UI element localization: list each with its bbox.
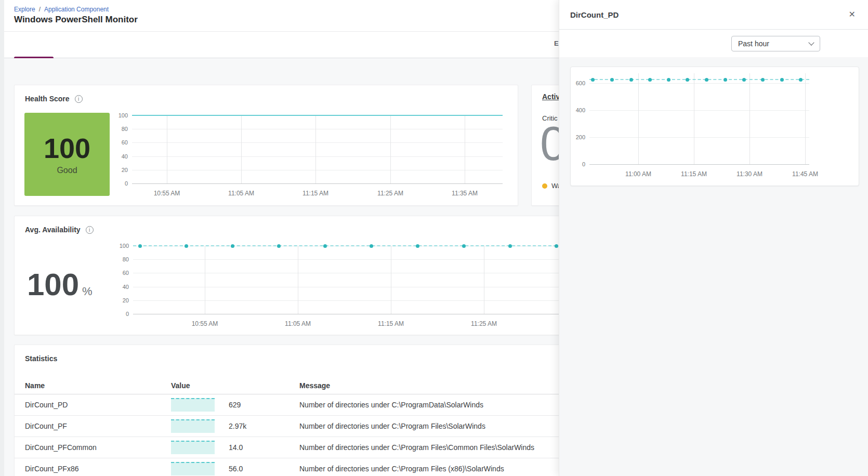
x-axis-tick-label: 11:00 AM (607, 170, 669, 178)
stat-value-cell: 56.0 (171, 462, 299, 475)
plot-area: 10080604020010:55 AM11:05 AM11:15 AM11:2… (132, 115, 503, 183)
y-axis-tick-label: 80 (103, 125, 128, 133)
data-point (742, 78, 746, 82)
gridline (133, 314, 562, 314)
data-point (705, 78, 708, 82)
gridline (589, 164, 809, 165)
statistics-title: Statistics (25, 354, 57, 363)
data-point (555, 244, 558, 248)
y-axis-tick-label: 0 (560, 161, 585, 168)
data-point (462, 244, 466, 248)
data-point (629, 78, 633, 82)
y-axis-tick-label: 200 (560, 134, 585, 141)
stat-value-cell: 14.0 (171, 441, 299, 454)
gridline (589, 137, 809, 138)
close-icon[interactable]: ✕ (847, 8, 858, 21)
y-axis-tick-label: 20 (104, 297, 129, 304)
y-axis-tick-label: 40 (103, 153, 128, 160)
data-point (185, 244, 188, 248)
subheader-band: E (0, 32, 559, 58)
metric-chart-card: 600400200011:00 AM11:15 AM11:30 AM11:45 … (570, 67, 859, 186)
gridline (315, 115, 316, 183)
y-axis-tick-label: 0 (103, 180, 128, 187)
y-axis-tick-label: 100 (104, 242, 129, 249)
stat-value: 14.0 (229, 443, 243, 452)
stat-value-cell: 629 (171, 398, 299, 412)
sparkline (171, 419, 215, 433)
gridline (298, 246, 298, 314)
x-axis-tick-label: 11:15 AM (284, 190, 347, 197)
stat-value: 629 (229, 401, 241, 409)
dircount-pd-chart: 600400200011:00 AM11:15 AM11:30 AM11:45 … (571, 67, 859, 186)
x-axis-tick-label: 11:25 AM (453, 320, 515, 327)
gridline (132, 170, 503, 170)
stat-name: DirCount_PF (25, 422, 171, 430)
stat-value-cell: 2.97k (171, 419, 299, 433)
breadcrumb-link-explore[interactable]: Explore (14, 6, 35, 13)
sparkline (171, 398, 215, 412)
data-point (686, 78, 689, 82)
data-point (648, 78, 652, 82)
gridline (484, 246, 484, 314)
stat-name: DirCount_PFx86 (25, 465, 171, 473)
sparkline (171, 441, 215, 454)
time-range-select[interactable]: Past hour (731, 36, 820, 51)
data-point (138, 244, 142, 248)
breadcrumb-separator: / (39, 6, 41, 13)
stat-value: 2.97k (229, 422, 246, 430)
y-axis-tick-label: 400 (560, 107, 585, 114)
gridline (391, 246, 391, 314)
y-axis-tick-label: 80 (104, 256, 129, 263)
data-point (780, 78, 784, 82)
data-point (416, 244, 419, 248)
data-point (277, 244, 281, 248)
gridline (749, 73, 750, 164)
x-axis-tick-label: 11:25 AM (359, 190, 422, 197)
plot-area: 10080604020010:55 AM11:05 AM11:15 AM11:2… (133, 246, 562, 314)
gridline (205, 246, 205, 314)
y-axis-tick-label: 0 (104, 310, 129, 318)
gridline (390, 115, 391, 183)
y-axis-tick-label: 60 (103, 139, 128, 146)
series-line (133, 245, 562, 246)
active-alerts-title-truncated[interactable]: Activ (542, 92, 560, 101)
data-point (231, 244, 234, 248)
gridline (805, 73, 806, 164)
breadcrumb-link-application-component[interactable]: Application Component (44, 6, 109, 13)
gridline (133, 287, 562, 287)
x-axis-tick-label: 10:55 AM (136, 190, 198, 197)
data-point (370, 244, 373, 248)
x-axis-tick-label: 11:15 AM (663, 170, 725, 178)
y-axis-tick-label: 20 (103, 166, 128, 174)
time-range-value: Past hour (738, 39, 769, 48)
gridline (132, 129, 503, 129)
x-axis-tick-label: 11:30 AM (718, 170, 781, 178)
y-axis-tick-label: 600 (560, 80, 585, 87)
details-panel-toolbar: Past hour (559, 30, 868, 57)
plot-area: 600400200011:00 AM11:15 AM11:30 AM11:45 … (589, 73, 809, 164)
data-point (761, 78, 765, 82)
gridline (638, 73, 639, 164)
x-axis-tick-label: 11:15 AM (360, 320, 422, 327)
gridline (133, 300, 562, 301)
y-axis-tick-label: 40 (104, 283, 129, 290)
gridline (132, 156, 503, 157)
y-axis-tick-label: 100 (103, 112, 128, 119)
data-point (610, 78, 614, 82)
sparkline (171, 462, 215, 475)
y-axis-tick-label: 60 (104, 269, 129, 276)
details-panel-header: DirCount_PD ✕ (559, 0, 868, 30)
data-point (799, 78, 803, 82)
x-axis-tick-label: 11:45 AM (774, 170, 836, 178)
gridline (694, 73, 694, 164)
x-axis-tick-label: 11:35 AM (433, 190, 496, 197)
x-axis-tick-label: 10:55 AM (174, 320, 236, 327)
gridline (133, 259, 562, 260)
gridline (589, 83, 809, 84)
column-header-name: Name (25, 381, 171, 390)
data-point (667, 78, 670, 82)
gridline (133, 273, 562, 273)
series-line (589, 79, 809, 80)
gridline (167, 115, 167, 183)
left-gutter (0, 0, 4, 476)
